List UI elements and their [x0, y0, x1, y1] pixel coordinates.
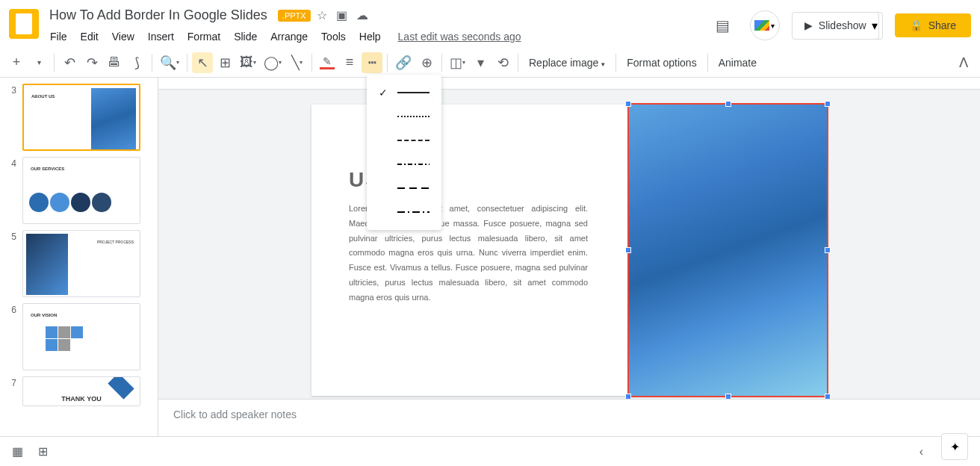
comment-button[interactable]: ⊕	[416, 52, 437, 73]
comments-icon[interactable]: ▤	[708, 10, 738, 40]
horizontal-ruler	[158, 78, 980, 90]
pptx-badge: .PPTX	[278, 10, 311, 22]
dash-option-dash-dot[interactable]	[367, 152, 441, 176]
resize-handle[interactable]	[625, 394, 631, 399]
meet-icon	[754, 20, 769, 31]
lock-icon: 🔒	[910, 19, 922, 31]
shape-tool[interactable]: ◯▾	[261, 52, 285, 73]
border-dash-menu: ✓	[367, 75, 441, 230]
dash-option-dotted[interactable]	[367, 105, 441, 128]
select-tool[interactable]: ↖	[192, 52, 213, 73]
image-tool[interactable]: 🖼▾	[237, 52, 259, 73]
last-edit-link[interactable]: Last edit was seconds ago	[398, 31, 521, 43]
slide-number: 6	[6, 303, 16, 370]
slide-thumb-4[interactable]: OUR SERVICES	[22, 157, 140, 224]
menu-format[interactable]: Format	[182, 28, 226, 46]
line-tool[interactable]: ╲▾	[286, 52, 307, 73]
resize-handle[interactable]	[725, 394, 731, 399]
resize-handle[interactable]	[625, 101, 631, 107]
zoom-button[interactable]: 🔍▾	[157, 52, 182, 73]
redo-button[interactable]: ↷	[81, 52, 102, 73]
print-button[interactable]: 🖶	[104, 52, 125, 73]
menu-view[interactable]: View	[107, 28, 140, 46]
textbox-tool[interactable]: ⊞	[214, 52, 235, 73]
slideshow-dropdown[interactable]: ▾	[867, 12, 883, 40]
slide-thumb-6[interactable]: OUR VISION	[22, 303, 140, 370]
explore-button[interactable]: ✦	[941, 433, 968, 460]
undo-button[interactable]: ↶	[59, 52, 80, 73]
dash-option-long-dash[interactable]	[367, 176, 441, 200]
dash-option-dashed[interactable]	[367, 128, 441, 152]
format-options-button[interactable]: Format options	[621, 57, 702, 69]
grid-view-icon[interactable]: ⊞	[38, 444, 48, 459]
star-icon[interactable]: ☆	[317, 8, 327, 22]
play-icon: ▶	[804, 19, 813, 31]
slides-logo[interactable]	[9, 9, 39, 39]
paint-format-button[interactable]: ⟆	[126, 52, 147, 73]
menu-help[interactable]: Help	[354, 28, 386, 46]
slide-thumb-3[interactable]: ABOUT US	[22, 84, 140, 151]
resize-handle[interactable]	[825, 247, 831, 253]
speaker-notes[interactable]: Click to add speaker notes	[158, 399, 980, 436]
slide-thumb-7[interactable]: THANK YOU	[22, 376, 140, 406]
filmstrip-view-icon[interactable]: ▦	[12, 444, 23, 459]
menu-edit[interactable]: Edit	[75, 28, 104, 46]
bottom-bar: ▦ ⊞ ‹ ✦	[0, 436, 980, 466]
menu-bar: File Edit View Insert Format Slide Arran…	[45, 28, 708, 46]
cloud-icon[interactable]: ☁	[356, 8, 368, 22]
slide-number: 3	[6, 84, 16, 151]
toolbar: + ▾ ↶ ↷ 🖶 ⟆ 🔍▾ ↖ ⊞ 🖼▾ ◯▾ ╲▾ ✎ ≡ ┅ 🔗 ⊕ ◫▾…	[0, 48, 980, 78]
slide-thumb-5[interactable]: PROJECT PROCESS	[22, 230, 140, 297]
filmstrip[interactable]: 3ABOUT US 4OUR SERVICES 5PROJECT PROCESS…	[0, 78, 158, 436]
dash-option-long-dash-dot[interactable]	[367, 200, 441, 224]
mask-button[interactable]: ▾	[470, 52, 491, 73]
menu-tools[interactable]: Tools	[316, 28, 351, 46]
slide-number: 4	[6, 157, 16, 224]
resize-handle[interactable]	[825, 394, 831, 399]
border-weight-button[interactable]: ≡	[339, 52, 360, 73]
meet-button[interactable]: ▾	[750, 10, 780, 40]
slide-number: 7	[6, 376, 16, 406]
check-icon: ✓	[379, 87, 388, 99]
link-button[interactable]: 🔗	[392, 52, 415, 73]
slide-number: 5	[6, 230, 16, 297]
menu-insert[interactable]: Insert	[143, 28, 179, 46]
move-icon[interactable]: ▣	[336, 8, 347, 22]
explore-icon: ✦	[950, 440, 960, 454]
menu-arrange[interactable]: Arrange	[265, 28, 313, 46]
new-slide-button[interactable]: +	[6, 52, 27, 73]
menu-file[interactable]: File	[45, 28, 72, 46]
collapse-filmstrip-icon[interactable]: ‹	[919, 445, 923, 459]
collapse-toolbar-button[interactable]: ᐱ	[953, 52, 974, 73]
border-dash-button[interactable]: ┅	[362, 52, 382, 73]
resize-handle[interactable]	[725, 101, 731, 107]
doc-title[interactable]: How To Add Border In Google Slides	[45, 6, 272, 25]
replace-image-button[interactable]: Replace image ▾	[523, 57, 611, 69]
new-slide-dropdown[interactable]: ▾	[28, 52, 49, 73]
animate-button[interactable]: Animate	[713, 57, 763, 69]
canvas-area: US Lorem ipsum dolor sit amet, consectet…	[158, 78, 980, 436]
resize-handle[interactable]	[625, 247, 631, 253]
selected-image[interactable]	[629, 105, 827, 396]
reset-image-button[interactable]: ⟲	[492, 52, 513, 73]
menu-slide[interactable]: Slide	[229, 28, 262, 46]
crop-button[interactable]: ◫▾	[447, 52, 468, 73]
app-header: How To Add Border In Google Slides .PPTX…	[0, 0, 980, 48]
border-color-button[interactable]: ✎	[317, 52, 338, 73]
share-button[interactable]: 🔒Share	[895, 13, 971, 37]
resize-handle[interactable]	[825, 101, 831, 107]
dash-option-solid[interactable]: ✓	[367, 81, 441, 105]
slideshow-button[interactable]: ▶Slideshow	[792, 12, 879, 40]
